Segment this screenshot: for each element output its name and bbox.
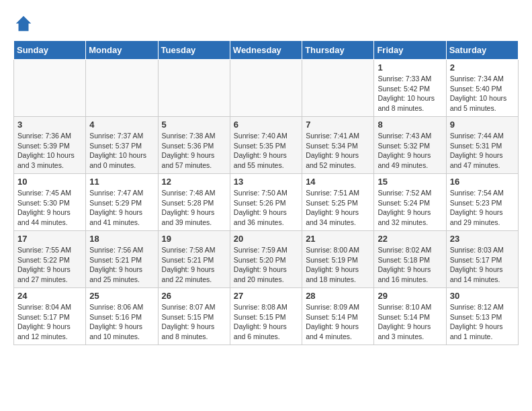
calendar-cell: 21Sunrise: 8:00 AM Sunset: 5:19 PM Dayli… xyxy=(302,231,374,288)
day-info: Sunrise: 7:36 AM Sunset: 5:39 PM Dayligh… xyxy=(17,131,82,171)
day-number: 1 xyxy=(378,62,442,73)
day-info: Sunrise: 7:52 AM Sunset: 5:24 PM Dayligh… xyxy=(378,188,442,228)
calendar-cell: 30Sunrise: 8:12 AM Sunset: 5:13 PM Dayli… xyxy=(446,288,518,345)
day-info: Sunrise: 8:09 AM Sunset: 5:14 PM Dayligh… xyxy=(306,302,370,342)
calendar-body: 1Sunrise: 7:33 AM Sunset: 5:42 PM Daylig… xyxy=(14,60,519,345)
day-info: Sunrise: 8:04 AM Sunset: 5:17 PM Dayligh… xyxy=(17,302,82,342)
calendar-cell: 26Sunrise: 8:07 AM Sunset: 5:15 PM Dayli… xyxy=(158,288,230,345)
calendar-cell: 4Sunrise: 7:37 AM Sunset: 5:37 PM Daylig… xyxy=(86,117,158,174)
calendar-cell xyxy=(230,60,302,117)
day-number: 11 xyxy=(89,177,154,187)
day-number: 30 xyxy=(450,291,515,301)
day-info: Sunrise: 7:51 AM Sunset: 5:25 PM Dayligh… xyxy=(306,188,370,228)
day-number: 20 xyxy=(234,234,298,244)
day-info: Sunrise: 8:10 AM Sunset: 5:14 PM Dayligh… xyxy=(378,302,442,342)
logo xyxy=(13,13,36,34)
day-number: 13 xyxy=(234,177,298,187)
header-monday: Monday xyxy=(86,41,158,60)
day-number: 2 xyxy=(450,62,515,73)
calendar-cell: 2Sunrise: 7:34 AM Sunset: 5:40 PM Daylig… xyxy=(446,60,518,117)
day-number: 12 xyxy=(162,177,226,187)
day-info: Sunrise: 7:50 AM Sunset: 5:26 PM Dayligh… xyxy=(234,188,298,228)
calendar-cell: 14Sunrise: 7:51 AM Sunset: 5:25 PM Dayli… xyxy=(302,174,374,231)
day-info: Sunrise: 7:33 AM Sunset: 5:42 PM Dayligh… xyxy=(378,74,442,113)
day-number: 27 xyxy=(234,291,298,301)
week-row-0: 1Sunrise: 7:33 AM Sunset: 5:42 PM Daylig… xyxy=(14,60,519,117)
day-number: 10 xyxy=(17,177,82,187)
day-info: Sunrise: 7:34 AM Sunset: 5:40 PM Dayligh… xyxy=(450,74,515,113)
calendar-cell xyxy=(14,60,86,117)
day-info: Sunrise: 7:41 AM Sunset: 5:34 PM Dayligh… xyxy=(306,131,370,171)
day-info: Sunrise: 7:58 AM Sunset: 5:21 PM Dayligh… xyxy=(162,245,226,285)
day-info: Sunrise: 7:38 AM Sunset: 5:36 PM Dayligh… xyxy=(162,131,226,171)
calendar-cell: 23Sunrise: 8:03 AM Sunset: 5:17 PM Dayli… xyxy=(446,231,518,288)
day-number: 17 xyxy=(17,234,82,244)
day-number: 14 xyxy=(306,177,370,187)
day-info: Sunrise: 8:02 AM Sunset: 5:18 PM Dayligh… xyxy=(378,245,442,285)
calendar-cell: 20Sunrise: 7:59 AM Sunset: 5:20 PM Dayli… xyxy=(230,231,302,288)
page-header xyxy=(13,13,519,34)
calendar-cell: 15Sunrise: 7:52 AM Sunset: 5:24 PM Dayli… xyxy=(374,174,446,231)
day-info: Sunrise: 7:45 AM Sunset: 5:30 PM Dayligh… xyxy=(17,188,82,228)
week-row-3: 17Sunrise: 7:55 AM Sunset: 5:22 PM Dayli… xyxy=(14,231,519,288)
day-info: Sunrise: 8:03 AM Sunset: 5:17 PM Dayligh… xyxy=(450,245,515,285)
calendar-cell: 24Sunrise: 8:04 AM Sunset: 5:17 PM Dayli… xyxy=(14,288,86,345)
day-number: 8 xyxy=(378,120,442,130)
day-info: Sunrise: 8:12 AM Sunset: 5:13 PM Dayligh… xyxy=(450,302,515,342)
calendar-cell: 28Sunrise: 8:09 AM Sunset: 5:14 PM Dayli… xyxy=(302,288,374,345)
header-row: SundayMondayTuesdayWednesdayThursdayFrid… xyxy=(14,41,519,60)
day-info: Sunrise: 7:54 AM Sunset: 5:23 PM Dayligh… xyxy=(450,188,515,228)
day-info: Sunrise: 7:47 AM Sunset: 5:29 PM Dayligh… xyxy=(89,188,154,228)
day-number: 19 xyxy=(162,234,226,244)
calendar-cell: 3Sunrise: 7:36 AM Sunset: 5:39 PM Daylig… xyxy=(14,117,86,174)
day-info: Sunrise: 7:48 AM Sunset: 5:28 PM Dayligh… xyxy=(162,188,226,228)
day-info: Sunrise: 7:44 AM Sunset: 5:31 PM Dayligh… xyxy=(450,131,515,171)
calendar-cell: 16Sunrise: 7:54 AM Sunset: 5:23 PM Dayli… xyxy=(446,174,518,231)
calendar-cell xyxy=(302,60,374,117)
header-sunday: Sunday xyxy=(14,41,86,60)
calendar-cell: 18Sunrise: 7:56 AM Sunset: 5:21 PM Dayli… xyxy=(86,231,158,288)
calendar-cell: 13Sunrise: 7:50 AM Sunset: 5:26 PM Dayli… xyxy=(230,174,302,231)
calendar-cell: 10Sunrise: 7:45 AM Sunset: 5:30 PM Dayli… xyxy=(14,174,86,231)
calendar-cell: 27Sunrise: 8:08 AM Sunset: 5:15 PM Dayli… xyxy=(230,288,302,345)
day-number: 29 xyxy=(378,291,442,301)
day-number: 5 xyxy=(162,120,226,130)
day-number: 21 xyxy=(306,234,370,244)
day-info: Sunrise: 7:59 AM Sunset: 5:20 PM Dayligh… xyxy=(234,245,298,285)
calendar-cell: 12Sunrise: 7:48 AM Sunset: 5:28 PM Dayli… xyxy=(158,174,230,231)
calendar-cell xyxy=(158,60,230,117)
header-tuesday: Tuesday xyxy=(158,41,230,60)
calendar-cell xyxy=(86,60,158,117)
calendar-cell: 29Sunrise: 8:10 AM Sunset: 5:14 PM Dayli… xyxy=(374,288,446,345)
calendar-cell: 25Sunrise: 8:06 AM Sunset: 5:16 PM Dayli… xyxy=(86,288,158,345)
calendar-cell: 19Sunrise: 7:58 AM Sunset: 5:21 PM Dayli… xyxy=(158,231,230,288)
calendar-table: SundayMondayTuesdayWednesdayThursdayFrid… xyxy=(13,40,519,345)
day-number: 4 xyxy=(89,120,154,130)
header-wednesday: Wednesday xyxy=(230,41,302,60)
day-number: 16 xyxy=(450,177,515,187)
header-thursday: Thursday xyxy=(302,41,374,60)
day-number: 25 xyxy=(89,291,154,301)
header-friday: Friday xyxy=(374,41,446,60)
day-number: 7 xyxy=(306,120,370,130)
calendar-cell: 7Sunrise: 7:41 AM Sunset: 5:34 PM Daylig… xyxy=(302,117,374,174)
calendar-cell: 1Sunrise: 7:33 AM Sunset: 5:42 PM Daylig… xyxy=(374,60,446,117)
day-info: Sunrise: 8:00 AM Sunset: 5:19 PM Dayligh… xyxy=(306,245,370,285)
calendar-cell: 11Sunrise: 7:47 AM Sunset: 5:29 PM Dayli… xyxy=(86,174,158,231)
week-row-4: 24Sunrise: 8:04 AM Sunset: 5:17 PM Dayli… xyxy=(14,288,519,345)
day-info: Sunrise: 7:43 AM Sunset: 5:32 PM Dayligh… xyxy=(378,131,442,171)
day-number: 3 xyxy=(17,120,82,130)
logo-icon xyxy=(13,13,34,34)
day-number: 9 xyxy=(450,120,515,130)
day-info: Sunrise: 7:40 AM Sunset: 5:35 PM Dayligh… xyxy=(234,131,298,171)
day-number: 24 xyxy=(17,291,82,301)
day-info: Sunrise: 8:08 AM Sunset: 5:15 PM Dayligh… xyxy=(234,302,298,342)
day-number: 15 xyxy=(378,177,442,187)
day-number: 6 xyxy=(234,120,298,130)
week-row-2: 10Sunrise: 7:45 AM Sunset: 5:30 PM Dayli… xyxy=(14,174,519,231)
day-number: 23 xyxy=(450,234,515,244)
week-row-1: 3Sunrise: 7:36 AM Sunset: 5:39 PM Daylig… xyxy=(14,117,519,174)
day-number: 18 xyxy=(89,234,154,244)
header-saturday: Saturday xyxy=(446,41,518,60)
calendar-cell: 5Sunrise: 7:38 AM Sunset: 5:36 PM Daylig… xyxy=(158,117,230,174)
